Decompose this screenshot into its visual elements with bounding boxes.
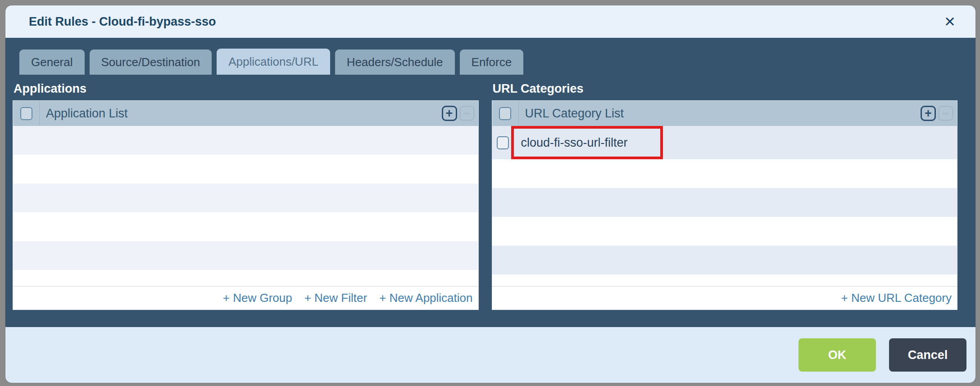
- cancel-button[interactable]: Cancel: [889, 338, 966, 372]
- applications-list-title: Application List: [40, 107, 440, 121]
- list-row: [492, 188, 957, 217]
- url-category-row[interactable]: cloud-fi-sso-url-filter: [492, 126, 957, 159]
- url-category-item-label: cloud-fi-sso-url-filter: [521, 136, 628, 150]
- tab-applications-url[interactable]: Applications/URL: [217, 49, 330, 75]
- applications-panel-footer: + New Group + New Filter + New Applicati…: [13, 286, 478, 310]
- applications-list-body: [13, 126, 478, 286]
- url-categories-add-icon[interactable]: +: [921, 106, 936, 121]
- url-category-list-header: URL Category List + −: [492, 101, 957, 126]
- tab-bar: General Source/Destination Applications/…: [19, 49, 957, 75]
- url-category-item-checkbox[interactable]: [497, 136, 509, 149]
- applications-panel: Application List + − + New Group + New F…: [13, 100, 479, 310]
- applications-select-all-checkbox[interactable]: [20, 107, 32, 120]
- applications-list-header: Application List + −: [13, 101, 478, 126]
- list-row: [13, 212, 478, 241]
- new-filter-link[interactable]: + New Filter: [304, 291, 367, 305]
- applications-select-all-cell: [13, 101, 39, 126]
- dialog-title: Edit Rules - Cloud-fi-bypass-sso: [29, 15, 941, 29]
- tab-enforce[interactable]: Enforce: [460, 49, 524, 75]
- highlight-annotation-box: cloud-fi-sso-url-filter: [511, 126, 663, 159]
- url-category-list-title: URL Category List: [519, 107, 919, 121]
- list-row: [13, 155, 478, 184]
- url-categories-remove-icon[interactable]: −: [938, 106, 953, 121]
- applications-section-label: Applications: [14, 82, 479, 96]
- edit-rules-dialog: Edit Rules - Cloud-fi-bypass-sso ✕ Gener…: [5, 5, 975, 383]
- url-categories-panel-footer: + New URL Category: [492, 286, 957, 310]
- panels: Application List + − + New Group + New F…: [13, 100, 957, 310]
- url-categories-panel: URL Category List + − cloud-fi-sso-url-f…: [492, 100, 958, 310]
- url-categories-section-label: URL Categories: [493, 82, 958, 96]
- list-row: [492, 246, 957, 274]
- list-row: [13, 270, 478, 286]
- new-group-link[interactable]: + New Group: [223, 291, 292, 305]
- applications-add-icon[interactable]: +: [442, 106, 457, 121]
- tab-headers-schedule[interactable]: Headers/Schedule: [335, 49, 455, 75]
- dialog-footer-bar: OK Cancel: [5, 327, 975, 383]
- section-labels: Applications URL Categories: [13, 75, 957, 100]
- dialog-title-bar: Edit Rules - Cloud-fi-bypass-sso ✕: [5, 5, 975, 38]
- url-category-list-body: cloud-fi-sso-url-filter: [492, 126, 957, 286]
- new-url-category-link[interactable]: + New URL Category: [841, 291, 952, 305]
- list-row: [492, 159, 957, 188]
- list-row: [13, 126, 478, 155]
- list-row: [13, 184, 478, 212]
- new-application-link[interactable]: + New Application: [379, 291, 472, 305]
- list-row: [492, 274, 957, 286]
- applications-remove-icon[interactable]: −: [459, 106, 475, 121]
- ok-button[interactable]: OK: [799, 338, 876, 372]
- tab-general[interactable]: General: [19, 49, 85, 75]
- tab-source-destination[interactable]: Source/Destination: [90, 49, 212, 75]
- close-icon[interactable]: ✕: [941, 14, 958, 30]
- dialog-content: General Source/Destination Applications/…: [5, 38, 975, 327]
- list-row: [13, 241, 478, 270]
- list-row: [492, 217, 957, 246]
- url-categories-select-all-checkbox[interactable]: [499, 107, 511, 120]
- url-categories-select-all-cell: [492, 101, 518, 126]
